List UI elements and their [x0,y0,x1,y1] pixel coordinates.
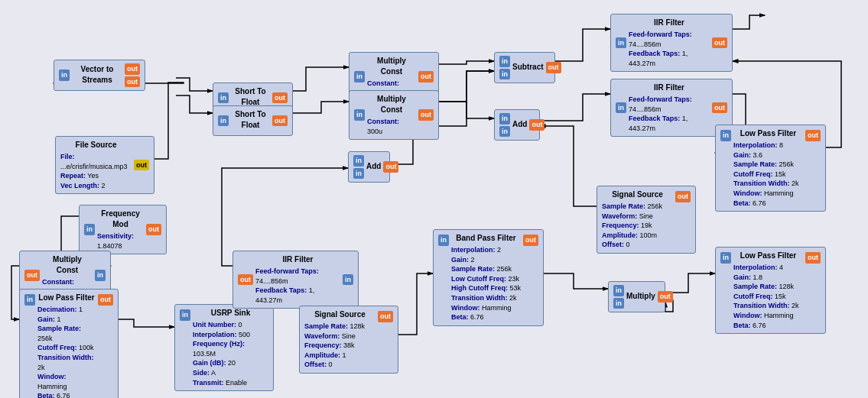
param-file: File: ...e/crisfir/musica.mp3 [60,152,132,171]
block-title: Band Pass Filter [451,233,521,244]
port-in[interactable]: in [438,235,449,246]
port-out[interactable]: out [378,311,393,322]
port-out[interactable]: out [712,102,727,114]
port-in-1[interactable]: in [499,56,510,67]
block-title: File Source [60,140,132,150]
port-in-2[interactable]: in [499,126,510,138]
block-title: Frequency Mod [97,209,144,230]
block-title: IIR Filter [629,18,710,28]
port-in[interactable]: in [84,224,95,235]
port-in[interactable]: in [218,115,229,127]
iir-filter-2-block[interactable]: in IIR Filter Feed-forward Taps: 74....8… [610,79,733,137]
multiply-block[interactable]: in in Multiply out [608,281,665,312]
port-in[interactable]: in [24,294,35,306]
block-title: Subtract [512,62,544,73]
port-out-2[interactable]: out [125,76,140,88]
block-title: Multiply Const [367,56,416,77]
subtract-block[interactable]: in in Subtract out [494,52,555,83]
iir-filter-3-block[interactable]: out IIR Filter Feed-forward Taps: 74....… [232,251,359,309]
port-out[interactable]: out [238,274,253,286]
port-out[interactable]: out [272,115,288,127]
port-in[interactable]: in [354,71,365,83]
vector-to-streams-block[interactable]: in Vector to Streams out out [54,60,145,91]
block-title: Multiply [626,291,655,302]
port-in[interactable]: in [720,130,731,141]
param-feedforward: Feed-forward Taps: 74....856m [629,95,710,114]
param-repeat: Repeat: Yes [60,171,132,181]
port-out[interactable]: out [712,37,727,49]
port-out[interactable]: out [675,191,691,202]
block-title: Low Pass Filter [733,128,803,139]
signal-source-2-block[interactable]: Signal Source Sample Rate: 128k Waveform… [299,306,398,374]
port-in-1[interactable]: in [353,155,364,167]
port-in-1[interactable]: in [613,285,624,296]
file-source-block[interactable]: File Source File: ...e/crisfir/musica.mp… [55,136,154,194]
port-in-1[interactable]: in [499,113,510,125]
block-title: Signal Source [304,309,375,320]
port-out[interactable]: out [146,224,161,235]
param-feedback: Feedback Taps: 1, 443.27m [629,49,710,68]
usrp-sink-block[interactable]: in USRP Sink Unit Number: 0 Interpolatio… [174,304,274,391]
band-pass-filter-block[interactable]: in Band Pass Filter Interpolation: 2 Gai… [433,229,544,326]
block-title: USRP Sink [193,308,268,319]
param-feedforward: Feed-forward Taps: 74....856m [629,30,710,49]
block-param-constant: Constant: 300u [367,117,416,136]
param-sensitivity: Sensitivity: 1.84078 [97,231,144,251]
port-out[interactable]: out [418,109,434,121]
flow-graph-canvas: in Vector to Streams out out in Short To… [0,0,868,398]
block-title: Add [512,119,527,130]
port-out[interactable]: out [658,291,673,303]
param-feedback: Feedback Taps: 1, 443.27m [629,114,710,133]
block-title: Short To Float [231,109,270,131]
add-1-block[interactable]: in in Add out [494,109,540,141]
port-in[interactable]: in [616,37,626,49]
low-pass-filter-3-block[interactable]: in Low Pass Filter Interpolation: 4 Gain… [715,247,826,334]
port-out[interactable]: out [272,92,288,104]
freq-mod-block[interactable]: in Frequency Mod Sensitivity: 1.84078 ou… [79,205,167,254]
port-in[interactable]: in [180,309,190,321]
port-in[interactable]: in [343,274,353,286]
block-title: IIR Filter [255,254,340,265]
port-out[interactable]: out [805,130,821,141]
block-title: Vector to Streams [73,64,122,86]
iir-filter-1-block[interactable]: in IIR Filter Feed-forward Taps: 74....8… [610,14,733,72]
block-title: Add [366,161,381,172]
port-in-2[interactable]: in [613,298,624,309]
port-in[interactable]: in [95,270,106,281]
block-title: Low Pass Filter [733,251,803,261]
block-title: Short To Float [231,86,270,108]
port-in[interactable]: in [616,102,626,114]
port-out[interactable]: out [805,252,821,264]
multiply-const-2-block[interactable]: in Multiply Const Constant: 300u out [349,90,439,140]
port-out[interactable]: out [98,294,113,306]
port-out[interactable]: out [546,62,561,73]
port-in[interactable]: in [59,70,70,81]
port-out[interactable]: out [418,71,434,83]
block-title: Multiply Const [367,94,416,115]
port-in[interactable]: in [720,252,731,264]
signal-source-1-block[interactable]: Signal Source Sample Rate: 256k Waveform… [597,186,696,254]
add-2-block[interactable]: in in Add out [348,151,390,183]
port-out[interactable]: out [383,161,398,173]
port-in[interactable]: in [218,92,229,104]
port-out[interactable]: out [529,119,545,131]
short-to-float-2-block[interactable]: in Short To Float out [213,105,293,136]
block-title: IIR Filter [629,83,710,93]
param-veclength: Vec Length: 2 [60,181,132,191]
block-title: Multiply Const [42,254,93,276]
port-in-2[interactable]: in [499,69,510,80]
port-in[interactable]: in [354,109,365,121]
port-in-2[interactable]: in [353,168,364,180]
port-out[interactable]: out [24,270,40,281]
low-pass-filter-2-block[interactable]: in Low Pass Filter Interpolation: 8 Gain… [715,125,826,212]
block-title: Signal Source [602,189,673,200]
port-out[interactable]: out [134,160,149,171]
low-pass-filter-1-block[interactable]: in Low Pass Filter Decimation: 1 Gain: 1… [19,289,119,398]
port-out[interactable]: out [523,235,538,246]
block-title: Low Pass Filter [37,293,96,303]
port-out-1[interactable]: out [125,63,140,75]
